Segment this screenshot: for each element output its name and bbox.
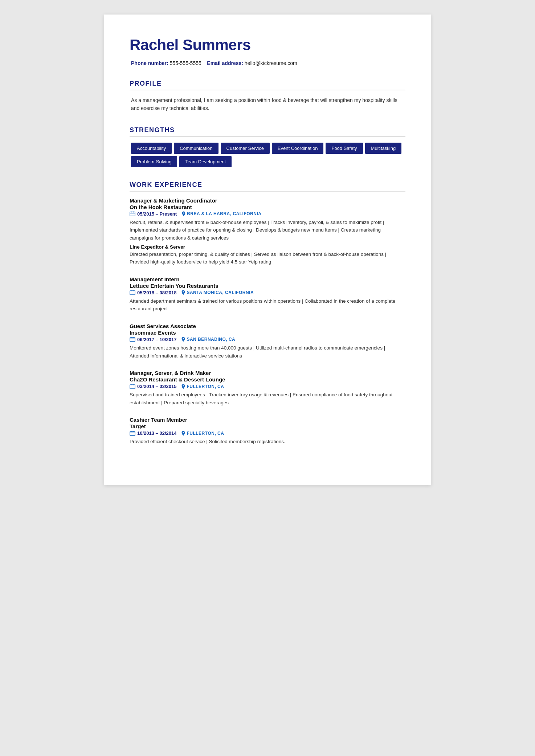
svg-rect-4 <box>130 291 135 295</box>
job-title: Management Intern <box>130 276 405 282</box>
location-part: BREA & LA HABRA, CALIFORNIA <box>182 211 261 216</box>
company-name: Lettuce Entertain You Restaurants <box>130 283 405 289</box>
date-part: 10/2013 – 02/2014 <box>130 430 176 436</box>
location-icon <box>181 337 185 342</box>
work-entry: Manager, Server, & Drink Maker Cha2O Res… <box>130 370 405 406</box>
job-description: Monitored event zones hosting more than … <box>130 344 405 360</box>
strength-badge: Multitasking <box>365 143 402 154</box>
svg-rect-16 <box>130 432 135 436</box>
profile-text: As a management professional, I am seeki… <box>130 96 405 113</box>
strength-badge: Problem-Solving <box>131 156 177 167</box>
calendar-icon <box>130 384 135 389</box>
company-name: Insomniac Events <box>130 330 405 336</box>
profile-section: PROFILE As a management professional, I … <box>130 80 405 113</box>
location-text: FULLERTON, CA <box>187 431 224 436</box>
job-description: Supervised and trained employees | Track… <box>130 391 405 406</box>
email-value: hello@kickresume.com <box>245 60 297 66</box>
phone-value: 555-555-5555 <box>170 60 201 66</box>
phone-label: Phone number: <box>131 60 168 66</box>
job-description: Attended department seminars & trained f… <box>130 297 405 313</box>
calendar-icon <box>130 431 135 436</box>
location-part: FULLERTON, CA <box>181 431 224 436</box>
strengths-title: STRENGTHS <box>130 126 405 137</box>
calendar-icon <box>130 337 135 342</box>
location-part: SANTA MONICA, CALIFORNIA <box>181 290 254 295</box>
date-part: 05/2015 – Present <box>130 211 177 217</box>
location-part: SAN BERNADINO, CA <box>181 337 235 342</box>
date-text: 05/2018 – 08/2018 <box>137 290 176 295</box>
location-icon <box>182 211 185 216</box>
job-title: Manager & Marketing Coordinator <box>130 197 405 204</box>
company-name: On the Hook Restaurant <box>130 204 405 210</box>
date-part: 05/2018 – 08/2018 <box>130 290 176 295</box>
job-title: Manager, Server, & Drink Maker <box>130 370 405 376</box>
location-icon <box>181 431 185 436</box>
job-title: Cashier Team Member <box>130 417 405 423</box>
strength-badge: Food Safety <box>326 143 363 154</box>
date-text: 03/2014 – 03/2015 <box>137 384 176 389</box>
svg-rect-12 <box>130 385 135 389</box>
date-text: 06/2017 – 10/2017 <box>137 337 176 342</box>
job-description: Recruit, retains, & supervises front & b… <box>130 218 405 242</box>
location-icon <box>181 384 185 389</box>
svg-rect-8 <box>130 338 135 342</box>
strength-badge: Communication <box>174 143 218 154</box>
job-description: Provided efficient checkout service | So… <box>130 438 405 446</box>
date-text: 10/2013 – 02/2014 <box>137 430 176 436</box>
sub-role: Line Expeditor & Server <box>130 244 405 250</box>
location-text: SAN BERNADINO, CA <box>187 337 235 342</box>
company-name: Cha2O Restaurant & Dessert Lounge <box>130 376 405 383</box>
candidate-name: Rachel Summers <box>130 36 405 54</box>
calendar-icon <box>130 211 135 216</box>
strength-badge: Customer Service <box>221 143 270 154</box>
profile-title: PROFILE <box>130 80 405 90</box>
job-title: Guest Services Associate <box>130 323 405 329</box>
date-part: 03/2014 – 03/2015 <box>130 384 176 389</box>
location-text: BREA & LA HABRA, CALIFORNIA <box>187 211 261 216</box>
company-name: Target <box>130 423 405 429</box>
work-entry: Management Intern Lettuce Entertain You … <box>130 276 405 313</box>
work-entry: Guest Services Associate Insomniac Event… <box>130 323 405 360</box>
location-part: FULLERTON, CA <box>181 384 224 389</box>
date-location: 05/2018 – 08/2018 SANTA MONICA, CALIFORN… <box>130 290 405 295</box>
svg-rect-0 <box>130 212 135 216</box>
sub-description: Directed presentation, proper timing, & … <box>130 250 405 266</box>
date-part: 06/2017 – 10/2017 <box>130 337 176 342</box>
calendar-icon <box>130 290 135 295</box>
strengths-section: STRENGTHS AccountabilityCommunicationCus… <box>130 126 405 167</box>
work-experience-section: WORK EXPERIENCE Manager & Marketing Coor… <box>130 181 405 446</box>
resume-page: Rachel Summers Phone number: 555-555-555… <box>104 15 431 485</box>
email-label: Email address: <box>207 60 243 66</box>
date-text: 05/2015 – Present <box>137 211 177 217</box>
work-entry: Manager & Marketing Coordinator On the H… <box>130 197 405 266</box>
date-location: 03/2014 – 03/2015 FULLERTON, CA <box>130 384 405 389</box>
work-entry: Cashier Team Member Target 10/2013 – 02/… <box>130 417 405 446</box>
date-location: 10/2013 – 02/2014 FULLERTON, CA <box>130 430 405 436</box>
strength-badge: Accountability <box>131 143 172 154</box>
location-text: SANTA MONICA, CALIFORNIA <box>187 290 254 295</box>
location-icon <box>181 290 185 295</box>
strengths-list: AccountabilityCommunicationCustomer Serv… <box>130 143 405 167</box>
strength-badge: Event Coordination <box>272 143 324 154</box>
location-text: FULLERTON, CA <box>187 384 224 389</box>
contact-info: Phone number: 555-555-5555 Email address… <box>130 60 405 66</box>
jobs-list: Manager & Marketing Coordinator On the H… <box>130 197 405 446</box>
date-location: 05/2015 – Present BREA & LA HABRA, CALIF… <box>130 211 405 217</box>
date-location: 06/2017 – 10/2017 SAN BERNADINO, CA <box>130 337 405 342</box>
work-experience-title: WORK EXPERIENCE <box>130 181 405 192</box>
strength-badge: Team Development <box>179 156 232 167</box>
